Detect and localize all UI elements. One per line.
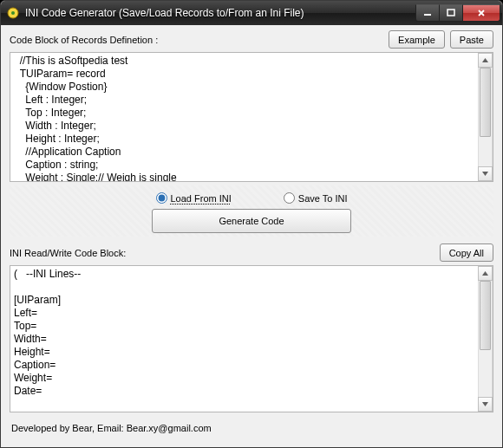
client-area: Code Block of Records Definetion : Examp…	[1, 25, 502, 447]
maximize-button[interactable]	[439, 4, 463, 22]
scroll-down-icon[interactable]	[478, 166, 493, 181]
output-scrollbar[interactable]	[478, 266, 493, 412]
output-header-row: INI Read/Write Code Block: Copy All	[10, 243, 493, 262]
scroll-thumb[interactable]	[480, 281, 491, 350]
svg-rect-3	[447, 10, 454, 16]
scroll-track[interactable]	[478, 281, 493, 397]
save-radio-input[interactable]	[284, 192, 295, 204]
scroll-up-icon[interactable]	[478, 53, 493, 68]
footer-text: Developed by Bear, Email: Bear.xy@gmail.…	[10, 416, 493, 435]
app-icon	[6, 6, 20, 20]
load-radio-label: Load From INI	[171, 193, 232, 204]
definition-scrollbar[interactable]	[478, 53, 493, 181]
svg-rect-2	[424, 14, 431, 16]
output-textbox[interactable]: ( --INI Lines-- [UIParam] Left= Top= Wid…	[10, 266, 478, 412]
scroll-track[interactable]	[478, 68, 493, 166]
middle-panel: Load From INI Save To INI Generate Code	[10, 185, 493, 237]
window-title: INI Code Generator (Save/Load Records to…	[25, 7, 416, 19]
copy-all-button[interactable]: Copy All	[440, 243, 493, 262]
svg-point-1	[11, 11, 15, 15]
window-controls	[416, 4, 500, 22]
title-bar[interactable]: INI Code Generator (Save/Load Records to…	[1, 1, 502, 25]
close-button[interactable]	[462, 4, 500, 22]
scroll-down-icon[interactable]	[478, 397, 493, 412]
definition-header-row: Code Block of Records Definetion : Examp…	[10, 30, 493, 49]
paste-button[interactable]: Paste	[450, 30, 493, 49]
definition-textbox[interactable]: //This is aSoftpedia test TUIParam= reco…	[10, 53, 478, 181]
mode-radio-group: Load From INI Save To INI	[156, 192, 348, 204]
save-to-ini-radio[interactable]: Save To INI	[284, 192, 348, 204]
generate-code-button[interactable]: Generate Code	[152, 209, 351, 233]
minimize-button[interactable]	[415, 4, 440, 22]
application-window: INI Code Generator (Save/Load Records to…	[0, 0, 503, 448]
save-radio-label: Save To INI	[298, 193, 348, 204]
scroll-up-icon[interactable]	[478, 266, 493, 281]
example-button[interactable]: Example	[389, 30, 445, 49]
output-label: INI Read/Write Code Block:	[10, 248, 440, 258]
definition-textbox-wrap: //This is aSoftpedia test TUIParam= reco…	[10, 52, 493, 182]
load-from-ini-radio[interactable]: Load From INI	[156, 192, 232, 204]
load-radio-input[interactable]	[156, 192, 167, 204]
scroll-thumb[interactable]	[480, 68, 491, 137]
output-textbox-wrap: ( --INI Lines-- [UIParam] Left= Top= Wid…	[10, 265, 493, 412]
definition-label: Code Block of Records Definetion :	[10, 35, 389, 45]
